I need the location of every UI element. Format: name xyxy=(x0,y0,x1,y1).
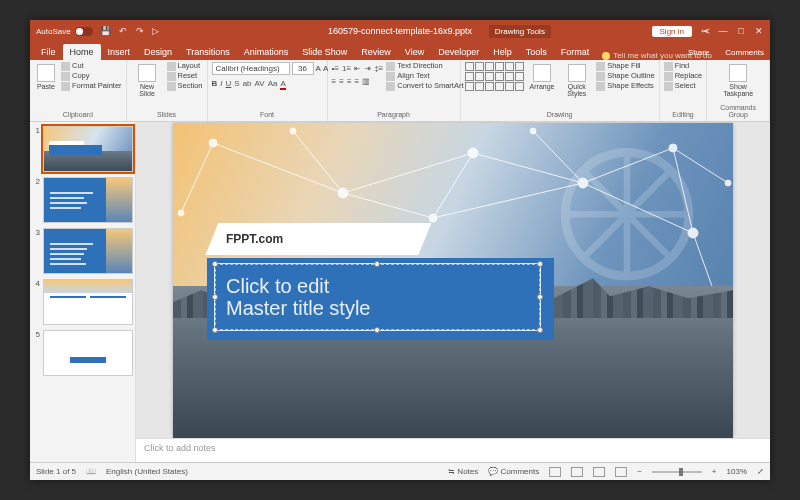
format-painter-icon xyxy=(61,82,70,91)
zoom-slider[interactable] xyxy=(652,471,702,473)
tab-view[interactable]: View xyxy=(398,44,431,60)
fit-to-window-button[interactable]: ⤢ xyxy=(757,467,764,476)
grow-font-icon[interactable]: A xyxy=(316,64,321,73)
notes-pane[interactable]: Click to add notes xyxy=(136,438,770,462)
save-icon[interactable]: 💾 xyxy=(100,26,111,36)
minimize-icon[interactable]: — xyxy=(718,26,728,36)
slideshow-view-button[interactable] xyxy=(615,467,627,477)
shadow-button[interactable]: ab xyxy=(243,79,252,90)
thumbnail-5[interactable]: 5 xyxy=(32,330,133,376)
paste-button[interactable]: Paste xyxy=(34,62,58,92)
font-name-select[interactable]: Calibri (Headings) xyxy=(212,62,290,75)
autosave-toggle[interactable] xyxy=(75,27,93,36)
group-font: Calibri (Headings) 36 A A B I U S ab AV … xyxy=(208,60,328,121)
shape-fill-icon xyxy=(596,62,605,71)
tab-design[interactable]: Design xyxy=(137,44,179,60)
group-drawing: Arrange Quick Styles Shape Fill Shape Ou… xyxy=(461,60,660,121)
show-taskpane-button[interactable]: Show Taskpane xyxy=(711,62,765,99)
italic-button[interactable]: I xyxy=(220,79,222,90)
indent-inc-button[interactable]: ⇥ xyxy=(364,64,371,73)
redo-icon[interactable]: ↷ xyxy=(136,26,144,36)
thumbnail-2[interactable]: 2 xyxy=(32,177,133,223)
shape-outline-button[interactable]: Shape Outline xyxy=(596,72,655,81)
arrange-button[interactable]: Arrange xyxy=(527,62,558,92)
tab-transitions[interactable]: Transitions xyxy=(179,44,237,60)
thumbnail-1[interactable]: 1 xyxy=(32,126,133,172)
spellcheck-icon[interactable]: 📖 xyxy=(86,467,96,476)
maximize-icon[interactable]: □ xyxy=(736,26,746,36)
align-text-button[interactable]: Align Text xyxy=(386,72,463,81)
ribbon-options-icon[interactable]: ⥷ xyxy=(700,26,710,36)
case-button[interactable]: Aa xyxy=(268,79,278,90)
start-slideshow-icon[interactable]: ▷ xyxy=(152,26,159,36)
tab-file[interactable]: File xyxy=(34,44,63,60)
selection-handle[interactable] xyxy=(212,261,218,267)
tab-review[interactable]: Review xyxy=(354,44,398,60)
slide-canvas[interactable]: FPPT.com Click to edit Master title styl… xyxy=(136,122,770,438)
quick-styles-button[interactable]: Quick Styles xyxy=(560,62,593,99)
convert-smartart-button[interactable]: Convert to SmartArt xyxy=(386,82,463,91)
cut-button[interactable]: Cut xyxy=(61,62,122,71)
font-color-button[interactable]: A xyxy=(280,79,285,90)
zoom-in-button[interactable]: + xyxy=(712,467,717,476)
notes-toggle[interactable]: ≒ Notes xyxy=(448,467,478,476)
zoom-level[interactable]: 103% xyxy=(727,467,747,476)
language-status[interactable]: English (United States) xyxy=(106,467,188,476)
selection-handle[interactable] xyxy=(212,294,218,300)
tab-help[interactable]: Help xyxy=(486,44,519,60)
tab-home[interactable]: Home xyxy=(63,44,101,60)
bold-button[interactable]: B xyxy=(212,79,218,90)
undo-icon[interactable]: ↶ xyxy=(119,26,127,36)
sorter-view-button[interactable] xyxy=(571,467,583,477)
tab-insert[interactable]: Insert xyxy=(101,44,138,60)
justify-button[interactable]: ≡ xyxy=(355,77,360,86)
columns-button[interactable]: ▥ xyxy=(362,77,370,86)
line-spacing-button[interactable]: ‡≡ xyxy=(374,64,383,73)
tab-developer[interactable]: Developer xyxy=(431,44,486,60)
align-right-button[interactable]: ≡ xyxy=(347,77,352,86)
zoom-out-button[interactable]: − xyxy=(637,467,642,476)
comments-toggle[interactable]: 💬 Comments xyxy=(488,467,539,476)
copy-button[interactable]: Copy xyxy=(61,72,122,81)
layout-button[interactable]: Layout xyxy=(167,62,203,71)
reading-view-button[interactable] xyxy=(593,467,605,477)
new-slide-button[interactable]: New Slide xyxy=(131,62,164,99)
tab-format[interactable]: Format xyxy=(554,44,597,60)
comments-button[interactable]: Comments xyxy=(717,48,764,57)
replace-button[interactable]: Replace xyxy=(664,72,703,81)
thumbnail-3[interactable]: 3 xyxy=(32,228,133,274)
align-center-button[interactable]: ≡ xyxy=(339,77,344,86)
tab-tools[interactable]: Tools xyxy=(519,44,554,60)
text-direction-button[interactable]: Text Direction xyxy=(386,62,463,71)
font-size-select[interactable]: 36 xyxy=(292,62,314,75)
shapes-gallery[interactable] xyxy=(465,62,524,91)
align-left-button[interactable]: ≡ xyxy=(332,77,337,86)
numbering-button[interactable]: 1≡ xyxy=(342,64,351,73)
tab-animations[interactable]: Animations xyxy=(237,44,296,60)
sign-in-button[interactable]: Sign in xyxy=(652,26,692,37)
selection-handle[interactable] xyxy=(374,261,380,267)
section-button[interactable]: Section xyxy=(167,82,203,91)
svg-point-22 xyxy=(669,144,677,152)
title-placeholder[interactable]: Click to edit Master title style xyxy=(215,264,540,330)
find-button[interactable]: Find xyxy=(664,62,703,71)
shape-fill-button[interactable]: Shape Fill xyxy=(596,62,655,71)
select-button[interactable]: Select xyxy=(664,82,703,91)
underline-button[interactable]: U xyxy=(226,79,232,90)
brand-text: FPPT.com xyxy=(226,232,283,246)
close-icon[interactable]: ✕ xyxy=(754,26,764,36)
slide-thumbnails-panel[interactable]: 1 2 3 4 5 xyxy=(30,122,136,462)
reset-button[interactable]: Reset xyxy=(167,72,203,81)
slide-counter[interactable]: Slide 1 of 5 xyxy=(36,467,76,476)
shape-effects-button[interactable]: Shape Effects xyxy=(596,82,655,91)
strike-button[interactable]: S xyxy=(234,79,239,90)
spacing-button[interactable]: AV xyxy=(255,79,265,90)
format-painter-button[interactable]: Format Painter xyxy=(61,82,122,91)
thumbnail-4[interactable]: 4 xyxy=(32,279,133,325)
bullets-button[interactable]: •≡ xyxy=(332,64,339,73)
indent-dec-button[interactable]: ⇤ xyxy=(354,64,361,73)
group-editing: Find Replace Select Editing xyxy=(660,60,708,121)
normal-view-button[interactable] xyxy=(549,467,561,477)
share-button[interactable]: Share xyxy=(680,48,709,57)
tab-slideshow[interactable]: Slide Show xyxy=(295,44,354,60)
